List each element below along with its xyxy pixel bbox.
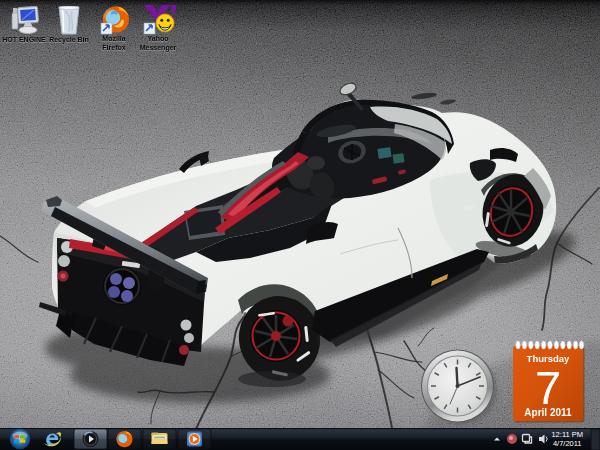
svg-text:April 2011: April 2011 bbox=[524, 407, 572, 418]
